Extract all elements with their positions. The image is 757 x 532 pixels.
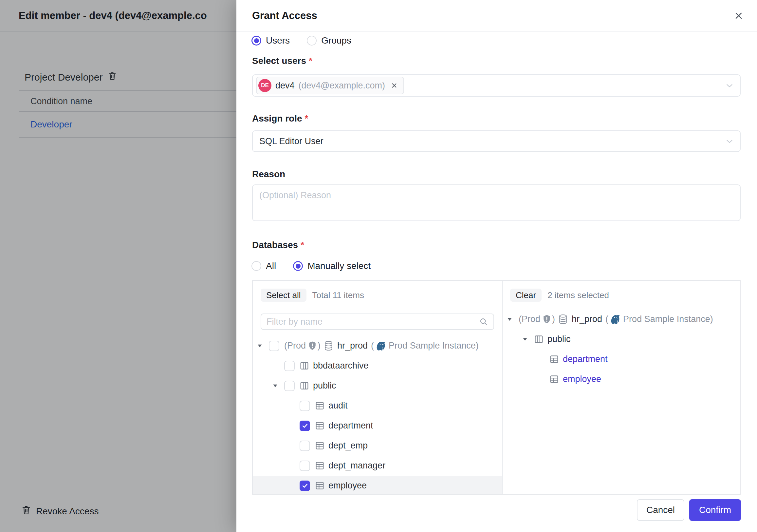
checkbox-department[interactable] [300,421,310,431]
confirm-button[interactable]: Confirm [689,499,741,521]
tree-row-hr_prod[interactable]: (Prod)hr_prod(Prod Sample Instance) [502,309,740,329]
tree-row-department[interactable]: department [502,349,740,369]
grant-access-modal: Grant Access UsersGroups Select users* D… [236,0,757,532]
tree-item-label: hr_prod [337,341,368,351]
tree-item-label: audit [328,401,348,411]
radio-groups[interactable]: Groups [307,35,351,46]
user-chip: DE dev4 (dev4@example.com) [256,77,404,94]
instance-label: Prod Sample Instance) [623,314,713,324]
tree-item-label: employee [328,481,367,491]
filter-input-wrap [260,314,494,330]
table-icon [315,441,324,451]
select-users-label: Select users* [252,56,312,66]
tree-row-employee[interactable]: employee [253,476,502,494]
chevron-down-icon [725,137,734,146]
tree-row-employee[interactable]: employee [502,369,740,389]
select-users-input[interactable]: DE dev4 (dev4@example.com) [252,74,741,97]
radio-dot-icon [307,36,317,46]
remove-user-icon[interactable] [390,81,398,89]
tree-row-public[interactable]: public [502,329,740,349]
shield-icon [543,314,551,324]
table-icon [549,355,559,364]
checkbox-employee[interactable] [300,481,310,491]
radio-dot-icon [252,36,261,46]
caret-down-icon[interactable] [272,384,284,388]
postgres-icon [376,341,386,351]
table-icon [315,461,324,470]
reason-textarea[interactable] [253,185,740,220]
schema-icon [534,334,544,344]
modal-header: Grant Access [236,0,757,32]
close-icon[interactable] [732,9,746,23]
source-tree: (Prod)hr_prod(Prod Sample Instance)bbdat… [253,336,502,494]
tree-row-dept_manager[interactable]: dept_manager [253,456,502,476]
table-icon [549,374,559,384]
tree-row-audit[interactable]: audit [253,396,502,416]
instance-label-open: ( [371,341,374,351]
checkbox-bbdataarchive[interactable] [284,361,295,371]
clear-button[interactable]: Clear [510,289,542,302]
tree-item-label: department [328,421,373,431]
required-asterisk: * [309,56,312,66]
tree-row-dept_emp[interactable]: dept_emp [253,436,502,456]
checkbox-hr_prod[interactable] [269,341,279,351]
checkbox-dept_manager[interactable] [300,460,310,471]
modal-title: Grant Access [252,10,732,22]
user-chip-email: (dev4@example.com) [299,80,385,91]
required-asterisk: * [301,240,304,250]
caret-down-icon[interactable] [507,317,519,321]
tree-item-label: dept_manager [328,460,385,471]
radio-label: All [266,261,276,271]
checkbox-dept_emp[interactable] [300,441,310,451]
radio-users[interactable]: Users [252,35,290,46]
assign-role-select[interactable]: SQL Editor User [252,130,741,152]
environment-label: (Prod [284,341,306,351]
databases-mode-radio-group: AllManually select [252,261,371,271]
tree-item-label: bbdataarchive [313,361,369,371]
tree-row-bbdataarchive[interactable]: bbdataarchive [253,356,502,376]
reason-label: Reason [252,169,285,179]
table-icon [315,401,324,411]
screen: Edit member - dev4 (dev4@example.co Proj… [0,0,757,532]
transfer-source-panel: Select all Total 11 items (Prod)hr_prod(… [253,281,502,494]
tree-row-public[interactable]: public [253,376,502,396]
filter-input[interactable] [261,317,479,327]
tree-item-label: hr_prod [572,314,602,324]
tree-row-department[interactable]: department [253,416,502,436]
postgres-icon [611,314,621,324]
caret-down-icon[interactable] [522,337,534,341]
radio-all[interactable]: All [252,261,276,271]
transfer-target-panel: Clear 2 items selected (Prod)hr_prod(Pro… [502,281,740,494]
tree-item-label: department [563,354,608,364]
cancel-button[interactable]: Cancel [637,499,684,521]
radio-dot-icon [252,261,261,271]
environment-label-close: ) [552,314,555,324]
radio-manually-select[interactable]: Manually select [293,261,371,271]
table-icon [315,481,324,490]
caret-down-icon[interactable] [257,344,269,348]
tree-row-hr_prod[interactable]: (Prod)hr_prod(Prod Sample Instance) [253,336,502,356]
search-icon [479,317,488,326]
assign-role-value: SQL Editor User [253,136,323,146]
required-asterisk: * [305,113,308,123]
tree-item-label: public [313,381,336,391]
shield-icon [308,341,317,351]
assign-role-label: Assign role* [252,113,308,124]
reason-field [252,184,741,221]
total-items-label: Total 11 items [312,290,364,300]
checkbox-audit[interactable] [300,401,310,411]
audience-radio-group: UsersGroups [252,35,351,46]
chevron-down-icon [725,81,734,90]
tree-item-label: employee [563,374,601,384]
user-chip-name: dev4 [275,80,295,91]
database-transfer: Select all Total 11 items (Prod)hr_prod(… [252,280,741,495]
select-all-button[interactable]: Select all [260,289,307,302]
table-icon [315,421,324,430]
checkbox-public[interactable] [284,381,295,391]
schema-icon [300,381,309,391]
radio-label: Users [266,35,290,46]
radio-label: Manually select [308,261,371,271]
avatar: DE [258,79,271,92]
databases-label: Databases* [252,240,304,250]
environment-label-close: ) [318,341,320,351]
